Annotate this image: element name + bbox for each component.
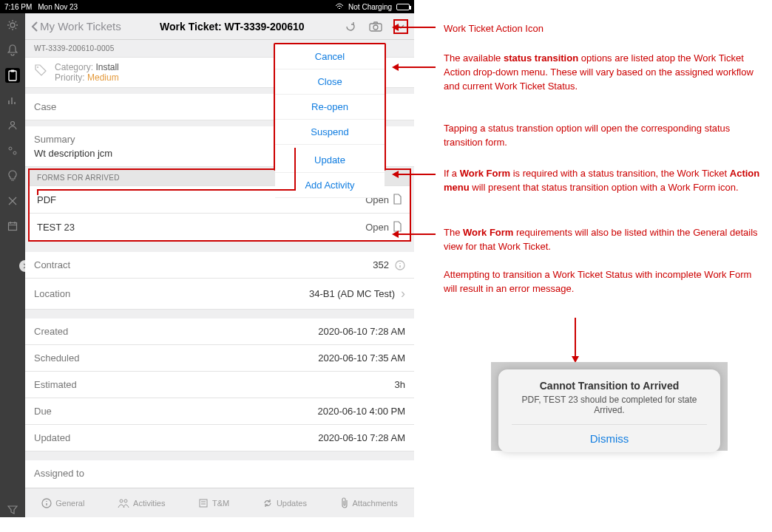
tab-label: General <box>55 499 84 508</box>
status-bar: 7:16 PM Mon Nov 23 Not Charging <box>0 0 414 13</box>
person-pin-icon[interactable] <box>5 118 20 133</box>
tab-label: Updates <box>277 499 307 508</box>
device-frame: 7:16 PM Mon Nov 23 Not Charging My <box>0 0 414 517</box>
svg-point-3 <box>11 122 15 126</box>
summary-label: Summary <box>34 134 75 145</box>
tag-icon <box>34 64 47 77</box>
refresh-icon[interactable] <box>343 19 358 34</box>
svg-point-5 <box>13 151 16 154</box>
page-title: Work Ticket: WT-3339-200610 <box>121 21 343 33</box>
detail-label: Assigned to <box>34 468 84 479</box>
detail-value: 3h <box>395 379 405 390</box>
tab-attachments[interactable]: Attachments <box>340 497 398 509</box>
clipboard-icon[interactable] <box>5 68 20 83</box>
form-name: PDF <box>37 194 56 205</box>
info-icon[interactable] <box>395 260 405 270</box>
detail-row: Due2020-06-10 4:00 PM <box>25 398 414 425</box>
menu-suspend[interactable]: Suspend <box>275 120 385 145</box>
annotation-action-icon: Work Ticket Action Icon <box>444 22 762 36</box>
svg-point-13 <box>124 499 127 502</box>
detail-label: Updated <box>34 432 70 443</box>
svg-point-12 <box>120 499 123 502</box>
svg-rect-2 <box>11 70 15 72</box>
arrow-icon <box>392 231 399 238</box>
case-label: Case <box>34 101 56 112</box>
annotation-error: Attempting to transition a Work Ticket S… <box>444 268 762 296</box>
alert-body: PDF, TEST 23 should be completed for sta… <box>512 395 707 415</box>
tab-activities[interactable]: Activities <box>118 498 165 508</box>
bottom-tabbar: General Activities T&M Updates Attachmen… <box>25 488 414 517</box>
alert-dismiss-button[interactable]: Dismiss <box>512 424 707 452</box>
error-alert: Cannot Transition to Arrived PDF, TEST 2… <box>498 369 720 452</box>
tools-icon[interactable] <box>5 194 20 208</box>
detail-value: 2020-06-10 7:28 AM <box>318 432 405 443</box>
annotation-work-form-menu: If a Work Form is required with a status… <box>444 167 762 195</box>
form-row-test23[interactable]: TEST 23 Open <box>30 213 410 240</box>
svg-rect-1 <box>9 71 16 81</box>
status-charge: Not Charging <box>348 3 392 11</box>
detail-value: 2020-06-10 4:00 PM <box>317 406 405 417</box>
form-name: TEST 23 <box>37 222 75 233</box>
arrow-icon <box>392 64 399 71</box>
arrow-icon <box>392 171 399 178</box>
detail-label: Created <box>34 326 68 337</box>
detail-row: Scheduled2020-06-10 7:35 AM <box>25 345 414 372</box>
svg-point-9 <box>37 66 38 68</box>
bell-icon[interactable] <box>5 43 20 58</box>
detail-value: 34-B1 (AD MC Test) <box>309 288 395 299</box>
tab-label: T&M <box>212 499 229 508</box>
tab-label: Activities <box>133 499 165 508</box>
tab-tm[interactable]: T&M <box>198 498 229 508</box>
detail-label: Location <box>34 288 70 299</box>
svg-rect-14 <box>200 499 207 507</box>
detail-row: Contract352 <box>25 252 414 279</box>
svg-rect-6 <box>9 223 17 231</box>
topbar: My Work Tickets Work Ticket: WT-3339-200… <box>25 13 414 40</box>
calendar-icon[interactable] <box>5 219 20 233</box>
gear-icon[interactable] <box>5 18 20 33</box>
form-open-label: Open <box>365 222 389 233</box>
svg-point-4 <box>9 147 12 150</box>
detail-label: Due <box>34 406 52 417</box>
menu-cancel[interactable]: Cancel <box>275 44 385 69</box>
detail-row[interactable]: Location34-B1 (AD MC Test)› <box>25 279 414 310</box>
detail-row: Updated2020-06-10 7:28 AM <box>25 425 414 451</box>
annotation-status-transition: The available status transition options … <box>444 52 762 94</box>
annotation-tap-option: Tapping a status transtion option will o… <box>444 122 762 150</box>
arrow-icon <box>392 24 399 31</box>
filter-icon[interactable] <box>5 502 20 517</box>
bulb-icon[interactable] <box>5 168 20 183</box>
svg-point-0 <box>10 23 15 27</box>
menu-update[interactable]: Update <box>275 148 385 173</box>
svg-point-8 <box>373 25 378 30</box>
summary-value: Wt description jcm <box>34 148 112 159</box>
category-key: Category: <box>55 62 93 72</box>
status-date: Mon Nov 23 <box>38 3 78 11</box>
gears-icon[interactable] <box>5 143 20 158</box>
tab-label: Attachments <box>353 499 398 508</box>
back-button[interactable]: My Work Tickets <box>31 20 121 33</box>
detail-label: Estimated <box>34 379 77 390</box>
status-time: 7:16 PM <box>4 3 32 11</box>
battery-icon <box>396 4 410 10</box>
back-label: My Work Tickets <box>40 20 121 33</box>
tab-general[interactable]: General <box>41 498 84 508</box>
priority-value: Medium <box>87 72 119 83</box>
chart-icon[interactable] <box>5 93 20 108</box>
tab-updates[interactable]: Updates <box>263 498 307 508</box>
priority-key: Priority: <box>55 72 85 83</box>
camera-icon[interactable] <box>368 19 383 34</box>
detail-value: 2020-06-10 7:28 AM <box>318 326 405 337</box>
alert-title: Cannot Transition to Arrived <box>512 380 707 392</box>
detail-row: Estimated3h <box>25 372 414 398</box>
menu-add-activity[interactable]: Add Activity <box>275 173 385 198</box>
category-value: Install <box>95 62 118 72</box>
detail-value: 352 <box>373 259 389 270</box>
menu-close[interactable]: Close <box>275 69 385 95</box>
menu-reopen[interactable]: Re-open <box>275 95 385 120</box>
chevron-right-icon: › <box>401 286 405 301</box>
detail-label: Scheduled <box>34 352 79 364</box>
document-icon <box>392 194 402 205</box>
detail-row: Assigned to <box>25 460 414 486</box>
detail-value: 2020-06-10 7:35 AM <box>318 352 405 364</box>
